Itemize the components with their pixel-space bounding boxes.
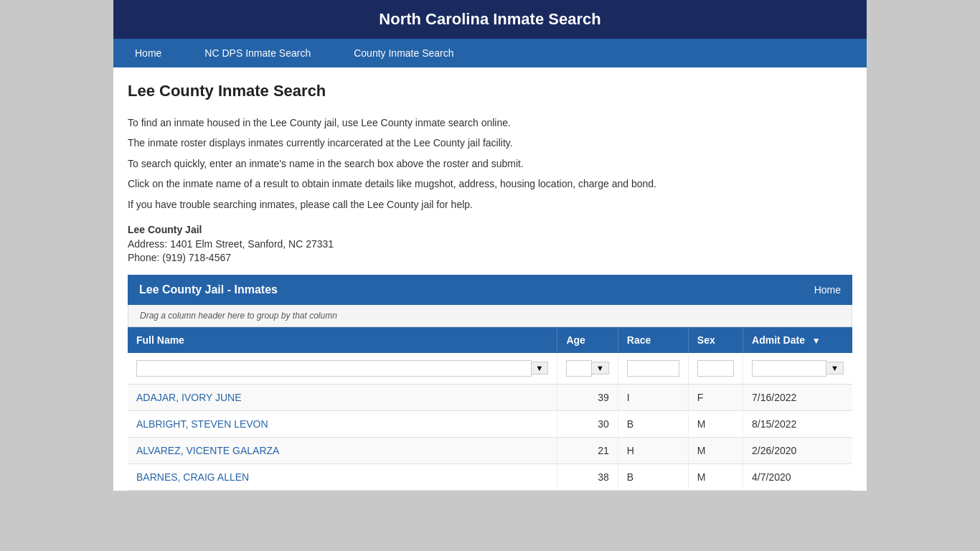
- page-title: Lee County Inmate Search: [128, 82, 852, 100]
- filter-cell-age: ▼: [557, 353, 618, 385]
- table-row: ALBRIGHT, STEVEN LEVON 30 B M 8/15/2022: [128, 410, 852, 437]
- intro-text-4: Click on the inmate name of a result to …: [128, 176, 852, 192]
- table-row: ALVAREZ, VICENTE GALARZA 21 H M 2/26/202…: [128, 437, 852, 463]
- filter-cell-sex: [688, 353, 743, 385]
- section-title: Lee County Jail - Inmates: [139, 283, 278, 296]
- inmate-admitdate-cell: 8/15/2022: [743, 410, 852, 437]
- table-row: BARNES, CRAIG ALLEN 38 B M 4/7/2020: [128, 463, 852, 490]
- filter-cell-admitdate: ▼: [743, 353, 852, 385]
- filter-input-admitdate[interactable]: [752, 360, 826, 377]
- inmate-name-link[interactable]: BARNES, CRAIG ALLEN: [136, 471, 249, 483]
- jail-info: Lee County Jail Address: 1401 Elm Street…: [128, 224, 852, 263]
- inmate-admitdate-cell: 2/26/2020: [743, 437, 852, 463]
- intro-text-5: If you have trouble searching inmates, p…: [128, 197, 852, 212]
- inmate-admitdate-cell: 4/7/2020: [743, 463, 852, 490]
- main-content: Lee County Inmate Search To find an inma…: [113, 67, 867, 491]
- drag-hint: Drag a column header here to group by th…: [128, 305, 852, 327]
- col-header-race[interactable]: Race: [618, 327, 688, 353]
- home-link[interactable]: Home: [814, 284, 841, 296]
- inmate-name-link[interactable]: ADAJAR, IVORY JUNE: [136, 392, 242, 403]
- inmate-race-cell: I: [618, 384, 688, 410]
- site-nav: Home NC DPS Inmate Search County Inmate …: [113, 39, 867, 67]
- jail-address: Address: 1401 Elm Street, Sanford, NC 27…: [128, 238, 852, 250]
- inmate-age-cell: 39: [557, 384, 618, 410]
- inmate-age-cell: 30: [557, 410, 618, 437]
- inmate-age-cell: 38: [557, 463, 618, 490]
- inmate-sex-cell: M: [688, 410, 743, 437]
- table-header-row: Full Name Age Race Sex Admit Date: [128, 327, 852, 353]
- inmate-race-cell: H: [618, 437, 688, 463]
- intro-text-1: To find an inmate housed in the Lee Coun…: [128, 115, 852, 131]
- nav-nc-dps[interactable]: NC DPS Inmate Search: [183, 39, 332, 67]
- filter-cell-race: [618, 353, 688, 385]
- inmate-name-link[interactable]: ALBRIGHT, STEVEN LEVON: [136, 418, 268, 430]
- inmate-age-cell: 21: [557, 437, 618, 463]
- inmate-race-cell: B: [618, 463, 688, 490]
- inmate-section: Lee County Jail - Inmates Home Drag a co…: [128, 275, 852, 491]
- inmate-name-cell: ALBRIGHT, STEVEN LEVON: [128, 410, 557, 437]
- col-header-fullname[interactable]: Full Name: [128, 327, 557, 353]
- col-header-age[interactable]: Age: [557, 327, 618, 353]
- inmate-name-cell: BARNES, CRAIG ALLEN: [128, 463, 557, 490]
- inmate-sex-cell: M: [688, 437, 743, 463]
- intro-text-2: The inmate roster displays inmates curre…: [128, 135, 852, 151]
- inmate-name-cell: ALVAREZ, VICENTE GALARZA: [128, 437, 557, 463]
- filter-row: ▼ ▼: [128, 353, 852, 385]
- inmate-name-link[interactable]: ALVAREZ, VICENTE GALARZA: [136, 445, 279, 456]
- filter-btn-admitdate[interactable]: ▼: [826, 362, 844, 375]
- col-header-sex[interactable]: Sex: [688, 327, 743, 353]
- filter-input-name[interactable]: [136, 360, 532, 377]
- inmate-table: Full Name Age Race Sex Admit Date: [128, 327, 852, 491]
- filter-cell-name: ▼: [128, 353, 557, 385]
- inmate-admitdate-cell: 7/16/2022: [743, 384, 852, 410]
- filter-input-race[interactable]: [627, 360, 679, 377]
- site-header: North Carolina Inmate Search: [113, 0, 867, 39]
- filter-input-age[interactable]: [566, 360, 592, 377]
- nav-home[interactable]: Home: [113, 39, 183, 67]
- intro-text-3: To search quickly, enter an inmate's nam…: [128, 156, 852, 171]
- table-row: ADAJAR, IVORY JUNE 39 I F 7/16/2022: [128, 384, 852, 410]
- nav-county[interactable]: County Inmate Search: [332, 39, 475, 67]
- filter-btn-name[interactable]: ▼: [532, 362, 549, 375]
- inmate-sex-cell: M: [688, 463, 743, 490]
- site-title: North Carolina Inmate Search: [128, 10, 852, 29]
- inmate-race-cell: B: [618, 410, 688, 437]
- filter-btn-age[interactable]: ▼: [592, 362, 609, 375]
- section-header: Lee County Jail - Inmates Home: [128, 275, 852, 305]
- admit-date-filter-icon[interactable]: ▼: [812, 336, 821, 346]
- inmate-sex-cell: F: [688, 384, 743, 410]
- jail-name: Lee County Jail: [128, 224, 852, 235]
- col-header-admitdate[interactable]: Admit Date ▼: [743, 327, 852, 353]
- jail-phone: Phone: (919) 718-4567: [128, 252, 852, 263]
- filter-input-sex[interactable]: [697, 360, 734, 377]
- inmate-name-cell: ADAJAR, IVORY JUNE: [128, 384, 557, 410]
